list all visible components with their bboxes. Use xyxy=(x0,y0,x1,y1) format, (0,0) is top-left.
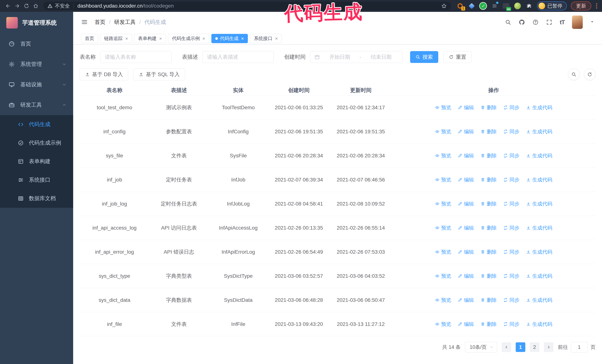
tab-form-builder[interactable]: 表单构建× xyxy=(134,34,166,43)
delete-link[interactable]: 删除 xyxy=(481,104,497,111)
tab-home[interactable]: 首页 xyxy=(81,34,98,43)
tab-code-generation[interactable]: 代码生成× xyxy=(211,34,248,43)
edit-link[interactable]: 编辑 xyxy=(458,104,474,111)
preview-link[interactable]: 预览 xyxy=(435,249,451,255)
extension-on-icon[interactable]: on xyxy=(503,2,510,10)
edit-link[interactable]: 编辑 xyxy=(458,128,474,135)
generate-code-link[interactable]: 生成代码 xyxy=(526,152,552,159)
page-button-2[interactable]: 2 xyxy=(530,342,539,352)
edit-link[interactable]: 编辑 xyxy=(458,200,474,207)
extension-diamond-icon[interactable] xyxy=(468,2,475,10)
search-button[interactable]: 搜索 xyxy=(410,51,438,63)
tab-close-icon[interactable]: × xyxy=(241,36,244,41)
sidebar-item-home[interactable]: 首页 xyxy=(0,34,73,54)
extension-sliders-icon[interactable] xyxy=(491,2,498,10)
sync-link[interactable]: 同步 xyxy=(503,225,519,231)
create-time-range-picker[interactable]: 开始日期 - 结束日期 xyxy=(310,51,403,63)
user-avatar[interactable] xyxy=(572,16,583,29)
import-from-sql-button[interactable]: 基于 SQL 导入 xyxy=(133,69,185,80)
generate-code-link[interactable]: 生成代码 xyxy=(526,225,552,231)
delete-link[interactable]: 删除 xyxy=(481,249,497,255)
prev-page-button[interactable] xyxy=(502,342,511,352)
extension-monkey-icon[interactable] xyxy=(514,2,521,10)
generate-code-link[interactable]: 生成代码 xyxy=(526,200,552,207)
font-size-icon[interactable]: tT xyxy=(560,19,565,26)
address-bar[interactable]: 不安全 dashboard.yudao.iocoder.cn/tool/code… xyxy=(43,2,451,10)
extension-shield-icon[interactable] xyxy=(480,2,487,10)
sidebar-item-code-generation-example[interactable]: 代码生成示例 xyxy=(0,134,73,152)
toggle-search-button[interactable] xyxy=(568,69,580,80)
delete-link[interactable]: 删除 xyxy=(481,273,497,279)
profile-paused-chip[interactable]: 已暂停 xyxy=(537,1,567,10)
tab-system-interface[interactable]: 系统接口× xyxy=(250,34,282,43)
edit-link[interactable]: 编辑 xyxy=(458,249,474,255)
reload-icon[interactable] xyxy=(22,2,30,10)
sync-link[interactable]: 同步 xyxy=(503,249,519,255)
avatar-caret-down-icon[interactable] xyxy=(590,20,594,25)
generate-code-link[interactable]: 生成代码 xyxy=(526,249,552,255)
delete-link[interactable]: 删除 xyxy=(481,297,497,303)
header-search-icon[interactable] xyxy=(505,19,511,25)
sidebar-item-form-builder[interactable]: 表单构建 xyxy=(0,152,73,171)
generate-code-link[interactable]: 生成代码 xyxy=(526,297,552,303)
generate-code-link[interactable]: 生成代码 xyxy=(526,128,552,135)
help-icon[interactable] xyxy=(532,19,539,25)
preview-link[interactable]: 预览 xyxy=(435,128,451,135)
tab-close-icon[interactable]: × xyxy=(202,36,205,41)
preview-link[interactable]: 预览 xyxy=(435,273,451,279)
sidebar-item-system-management[interactable]: 系统管理 xyxy=(0,54,73,74)
sidebar-item-infrastructure[interactable]: 基础设施 xyxy=(0,74,73,95)
delete-link[interactable]: 删除 xyxy=(481,321,497,328)
table-name-input[interactable] xyxy=(100,51,172,63)
extensions-puzzle-icon[interactable] xyxy=(526,2,533,10)
github-icon[interactable] xyxy=(519,19,525,25)
preview-link[interactable]: 预览 xyxy=(435,104,451,111)
sync-link[interactable]: 同步 xyxy=(503,177,519,183)
edit-link[interactable]: 编辑 xyxy=(458,177,474,183)
forward-icon[interactable] xyxy=(13,2,21,10)
tab-close-icon[interactable]: × xyxy=(159,36,162,41)
browser-menu-icon[interactable] xyxy=(595,3,598,9)
edit-link[interactable]: 编辑 xyxy=(458,297,474,303)
preview-link[interactable]: 预览 xyxy=(435,177,451,183)
generate-code-link[interactable]: 生成代码 xyxy=(526,321,552,328)
delete-link[interactable]: 删除 xyxy=(481,200,497,207)
sync-link[interactable]: 同步 xyxy=(503,104,519,111)
fullscreen-icon[interactable] xyxy=(546,19,552,25)
sync-link[interactable]: 同步 xyxy=(503,321,519,328)
sync-link[interactable]: 同步 xyxy=(503,152,519,159)
table-desc-input[interactable] xyxy=(203,51,274,63)
sidebar-item-dev-tools[interactable]: 研发工具 xyxy=(0,95,73,115)
back-icon[interactable] xyxy=(4,2,12,10)
extension-orange-icon[interactable]: 1 xyxy=(457,2,464,10)
generate-code-link[interactable]: 生成代码 xyxy=(526,177,552,183)
app-logo[interactable]: 芋道管理系统 xyxy=(0,12,73,34)
sync-link[interactable]: 同步 xyxy=(503,200,519,207)
sidebar-item-system-interface[interactable]: 系统接口 xyxy=(0,171,73,189)
breadcrumb-home[interactable]: 首页 xyxy=(95,19,105,26)
delete-link[interactable]: 删除 xyxy=(481,152,497,159)
delete-link[interactable]: 删除 xyxy=(481,128,497,135)
page-button-1[interactable]: 1 xyxy=(516,342,525,352)
preview-link[interactable]: 预览 xyxy=(435,225,451,231)
generate-code-link[interactable]: 生成代码 xyxy=(526,104,552,111)
preview-link[interactable]: 预览 xyxy=(435,321,451,328)
reset-button[interactable]: 重置 xyxy=(443,51,472,63)
edit-link[interactable]: 编辑 xyxy=(458,225,474,231)
tab-codegen-example[interactable]: 代码生成示例× xyxy=(168,34,209,43)
goto-page-input[interactable] xyxy=(571,342,588,353)
next-page-button[interactable] xyxy=(544,342,553,352)
hamburger-icon[interactable] xyxy=(81,19,88,26)
page-size-select[interactable]: 10条/页 xyxy=(465,342,497,353)
browser-update-button[interactable]: 更新 xyxy=(571,1,591,10)
edit-link[interactable]: 编辑 xyxy=(458,152,474,159)
delete-link[interactable]: 删除 xyxy=(481,177,497,183)
home-icon[interactable] xyxy=(32,2,40,10)
breadcrumb-dev-tools[interactable]: 研发工具 xyxy=(114,19,136,26)
preview-link[interactable]: 预览 xyxy=(435,152,451,159)
edit-link[interactable]: 编辑 xyxy=(458,273,474,279)
edit-link[interactable]: 编辑 xyxy=(458,321,474,328)
refresh-table-button[interactable] xyxy=(584,69,595,80)
preview-link[interactable]: 预览 xyxy=(435,297,451,303)
tab-close-icon[interactable]: × xyxy=(275,36,278,41)
